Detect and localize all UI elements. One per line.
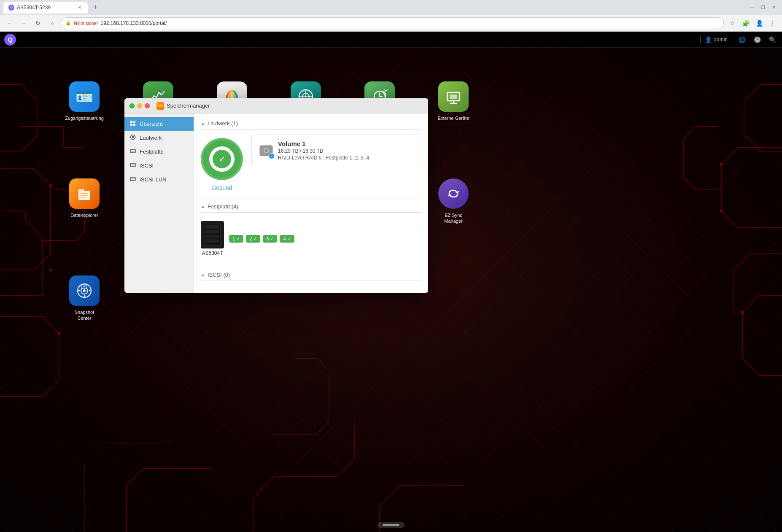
volume-drive-icon: ✓ — [259, 143, 274, 158]
festplatte-section-header: ▲ Festplatte(4) — [201, 203, 421, 213]
menu-button[interactable]: ⋮ — [767, 17, 779, 29]
laufwerk-collapse[interactable]: ▲ — [201, 121, 205, 126]
maximize-dot[interactable] — [129, 103, 135, 108]
nas-taskbar: Q 👤 admin 🌐 🕐 🔍 — [0, 32, 782, 48]
forward-button[interactable]: → — [18, 17, 30, 29]
toolbar-right: ☆ 🧩 👤 ⋮ — [726, 17, 779, 29]
browser-chrome: Q AS5304T-5239 ✕ + — ❐ ✕ ← → ↻ ⌂ 🔒 Nicht… — [0, 0, 782, 32]
tab-title: AS5304T-5239 — [17, 5, 51, 11]
dateiexplorer-icon[interactable]: Dateiexplorer — [65, 178, 103, 219]
bookmark-button[interactable]: ☆ — [726, 17, 738, 29]
close-dot[interactable] — [145, 103, 150, 108]
dateiexplorer-label: Dateiexplorer — [69, 211, 100, 219]
iscsi-collapse[interactable]: ▲ — [201, 273, 205, 277]
nas-user-display: 👤 admin — [705, 36, 728, 43]
externe-geraete-icon[interactable]: Externe Geräte — [434, 81, 472, 122]
status-check-circle: ✓ — [213, 150, 231, 168]
ez-sync-img — [438, 178, 469, 209]
svg-rect-31 — [130, 121, 132, 123]
iscsi-section-title: ISCSI (0) — [208, 272, 230, 278]
sidebar-iscsi-lun[interactable]: iSCSI-LUN — [124, 173, 194, 186]
window-main-content: ▲ Laufwerk (1) ✓ — [194, 113, 428, 293]
zugangssteuerung-img: 🪪 — [69, 81, 100, 112]
svg-point-35 — [131, 135, 135, 140]
sidebar-festplatte[interactable]: Festplatte — [124, 145, 194, 159]
clock-button[interactable]: 🕐 — [752, 34, 763, 45]
drive-model-label: AS5304T — [202, 250, 223, 256]
ez-sync-icon[interactable]: EZ Sync Manager — [434, 178, 472, 225]
home-button[interactable]: ⌂ — [46, 17, 58, 29]
externe-geraete-img — [438, 81, 469, 112]
drive-unit: AS5304T — [201, 221, 224, 256]
svg-rect-34 — [133, 124, 135, 126]
externe-geraete-label: Externe Geräte — [436, 114, 471, 122]
ez-sync-label: EZ Sync Manager — [434, 211, 472, 225]
zugangssteuerung-label: Zugangssteuerung — [63, 114, 105, 122]
svg-rect-50 — [206, 235, 219, 238]
dateiexplorer-img — [69, 178, 100, 209]
sidebar-laufwerk[interactable]: Laufwerk — [124, 131, 194, 145]
window-title-text: Speichermanager — [167, 103, 210, 109]
speichermanager-window: Speichermanager Übersicht — [124, 98, 428, 293]
svg-rect-15 — [78, 189, 84, 192]
traffic-lights — [129, 103, 150, 108]
volume-details: Volume 1 16.29 TB / 16.30 TB RAID-Level … — [278, 140, 369, 161]
new-tab-button[interactable]: + — [89, 2, 101, 14]
snapshot-center-img — [69, 275, 100, 306]
laufwerk-icon — [129, 134, 136, 141]
window-body: Übersicht Laufwerk Festp — [124, 113, 428, 293]
browser-toolbar: ← → ↻ ⌂ 🔒 Nicht sicher 192.168.178.133:8… — [0, 15, 782, 32]
festplatte-collapse[interactable]: ▲ — [201, 204, 205, 209]
volume-card-inner: ✓ Volume 1 16.29 TB / 16.30 TB RAID-Leve… — [259, 140, 414, 161]
slot-2-badge: 2 ✓ — [246, 235, 260, 243]
iscsi-section: ▲ ISCSI (0) — [201, 272, 421, 281]
svg-point-19 — [445, 185, 462, 202]
nas-logo-button[interactable]: Q — [4, 34, 16, 46]
back-button[interactable]: ← — [3, 17, 15, 29]
security-icon: 🔒 — [65, 20, 71, 26]
profile-button[interactable]: 👤 — [753, 17, 765, 29]
security-label: Nicht sicher — [74, 21, 98, 26]
minimize-dot[interactable] — [137, 103, 142, 108]
sidebar-ubersicht[interactable]: Übersicht — [124, 117, 194, 131]
browser-tab[interactable]: Q AS5304T-5239 ✕ — [3, 2, 88, 14]
status-check-mark: ✓ — [218, 154, 226, 164]
svg-rect-48 — [206, 225, 219, 229]
svg-rect-32 — [133, 121, 135, 123]
slot-4-num: 4 — [283, 236, 286, 241]
extension-button[interactable]: 🧩 — [740, 17, 752, 29]
window-titlebar: Speichermanager — [124, 98, 428, 113]
tab-close-button[interactable]: ✕ — [76, 4, 83, 11]
taskbar-divider — [700, 36, 701, 43]
taskbar-divider-2 — [732, 36, 732, 43]
zugangssteuerung-icon[interactable]: 🪪 Zugangssteuerung — [65, 81, 103, 122]
minimize-button[interactable]: — — [747, 3, 757, 12]
iscsi-icon — [129, 162, 136, 169]
address-bar[interactable]: 🔒 Nicht sicher 192.168.178.133:8000/port… — [61, 17, 724, 29]
close-window-button[interactable]: ✕ — [769, 3, 779, 12]
laufwerk-section-title: Laufwerk (1) — [208, 120, 238, 127]
ubersicht-icon — [129, 120, 136, 127]
slot-3-check: ✓ — [270, 236, 274, 241]
svg-rect-51 — [206, 239, 219, 243]
maximize-button[interactable]: ❐ — [758, 3, 768, 12]
window-sidebar: Übersicht Laufwerk Festp — [124, 113, 194, 293]
slot-1-num: 1 — [232, 236, 235, 241]
snapshot-center-icon[interactable]: Snapshot Center — [65, 275, 103, 322]
svg-rect-33 — [130, 124, 132, 126]
volume-check-badge: ✓ — [269, 153, 275, 159]
sidebar-iscsi[interactable]: iSCSI — [124, 159, 194, 173]
reload-button[interactable]: ↻ — [32, 17, 44, 29]
dock-pill — [383, 524, 399, 526]
volume-name: Volume 1 — [278, 140, 369, 147]
slot-badges: 1 ✓ 2 ✓ 3 ✓ 4 ✓ — [229, 235, 294, 243]
speichermanager-title-icon — [156, 102, 164, 110]
globe-button[interactable]: 🌐 — [736, 34, 747, 45]
iscsi-lun-icon — [129, 176, 136, 183]
status-inner-ring: ✓ — [209, 146, 235, 172]
festplatte-section: ▲ Festplatte(4) — [201, 203, 421, 259]
svg-point-36 — [132, 136, 134, 138]
svg-rect-49 — [206, 230, 219, 233]
snapshot-center-label: Snapshot Center — [65, 308, 103, 322]
search-button[interactable]: 🔍 — [767, 34, 778, 45]
